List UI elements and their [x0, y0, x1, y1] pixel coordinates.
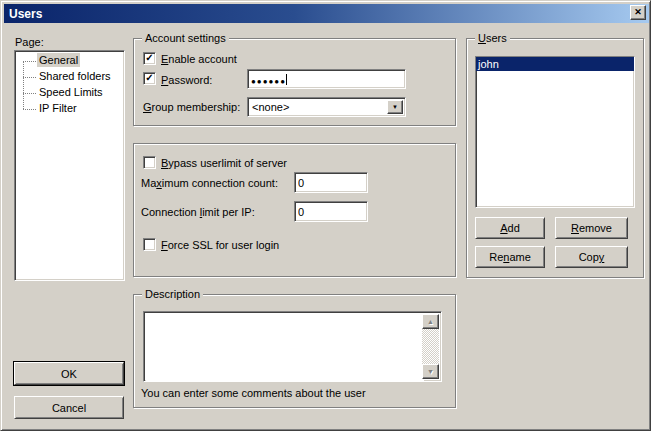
titlebar[interactable]: Users ✕ — [4, 4, 649, 23]
users-legend: Users — [475, 32, 510, 45]
description-textarea[interactable] — [146, 314, 424, 381]
chevron-down-icon: ▼ — [392, 104, 398, 110]
bypass-userlimit-checkbox[interactable] — [143, 156, 156, 169]
scrollbar-track[interactable] — [422, 329, 439, 364]
group-membership-value: <none> — [252, 101, 289, 113]
password-input[interactable]: ●●●●●● — [247, 69, 406, 89]
scroll-down-icon: ▼ — [427, 368, 434, 375]
tree-item-ip-filter[interactable]: IP Filter — [37, 101, 79, 115]
connection-per-ip-input[interactable] — [294, 201, 368, 222]
close-icon: ✕ — [634, 8, 642, 17]
enable-account-label: Enable account — [161, 53, 237, 66]
add-button[interactable]: Add — [475, 217, 545, 239]
description-scrollbar[interactable]: ▲ ▼ — [422, 314, 439, 379]
password-label: Password: — [161, 74, 212, 87]
max-connection-label: Maximum connection count: — [141, 177, 278, 190]
close-button[interactable]: ✕ — [630, 5, 646, 20]
tree-item-shared-folders[interactable]: Shared folders — [37, 69, 113, 83]
tree-item-general[interactable]: General — [37, 53, 80, 67]
users-listbox[interactable]: john — [475, 56, 635, 208]
account-settings-legend: Account settings — [142, 32, 229, 45]
users-dialog: Users ✕ Page: General Shared folders Spe… — [0, 0, 651, 431]
rename-button[interactable]: Rename — [475, 246, 545, 268]
group-membership-label: Group membership: — [143, 101, 240, 114]
force-ssl-label: Force SSL for user login — [161, 239, 279, 252]
remove-button[interactable]: Remove — [555, 217, 628, 239]
password-checkbox[interactable]: ✓ — [143, 72, 156, 85]
page-tree: General Shared folders Speed Limits IP F… — [14, 50, 125, 281]
enable-account-checkbox[interactable]: ✓ — [143, 52, 156, 65]
text-caret — [286, 74, 287, 85]
description-legend: Description — [142, 288, 203, 301]
window-title: Users — [4, 7, 42, 21]
dropdown-button[interactable]: ▼ — [387, 100, 403, 114]
tree-lines — [23, 61, 24, 109]
ok-button[interactable]: OK — [14, 362, 124, 385]
group-membership-select[interactable]: <none> ▼ — [247, 97, 406, 117]
connection-per-ip-label: Connection limit per IP: — [141, 206, 255, 219]
scroll-up-button[interactable]: ▲ — [422, 314, 439, 329]
max-connection-input[interactable] — [294, 172, 368, 193]
tree-item-speed-limits[interactable]: Speed Limits — [37, 85, 105, 99]
password-masked-value: ●●●●●● — [251, 77, 286, 86]
bypass-userlimit-label: Bypass userlimit of server — [161, 157, 287, 170]
list-item-john[interactable]: john — [476, 57, 634, 71]
scroll-up-icon: ▲ — [427, 318, 434, 325]
scroll-down-button[interactable]: ▼ — [422, 364, 439, 379]
force-ssl-checkbox[interactable] — [143, 238, 156, 251]
cancel-button[interactable]: Cancel — [14, 396, 124, 419]
copy-button[interactable]: Copy — [555, 246, 628, 268]
description-field-frame: ▲ ▼ — [143, 311, 442, 382]
page-label: Page: — [15, 36, 44, 49]
description-note: You can enter some comments about the us… — [141, 387, 366, 400]
